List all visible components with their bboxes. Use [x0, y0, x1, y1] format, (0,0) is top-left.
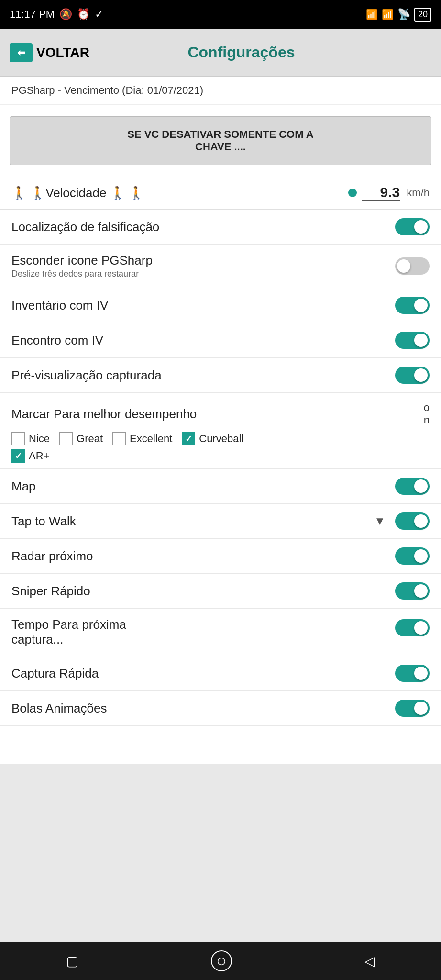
- checkbox-nice[interactable]: Nice: [11, 432, 50, 445]
- checkbox-arplus[interactable]: AR+: [11, 449, 49, 463]
- tempo-toggle[interactable]: [395, 619, 430, 636]
- great-box: [59, 432, 73, 445]
- marcar-label-row: Marcar Para melhor desempenho on: [11, 401, 430, 426]
- checkbox-curveball[interactable]: Curveball: [182, 432, 243, 445]
- status-bar: 11:17 PM 🔕 ⏰ ✓ 📶 📶 📡 20: [0, 0, 441, 29]
- inventario-toggle[interactable]: [395, 297, 430, 314]
- tapwalk-label: Tap to Walk: [11, 514, 374, 529]
- tapwalk-toggle[interactable]: [395, 512, 430, 530]
- curveball-label: Curveball: [199, 433, 243, 445]
- speed-unit: km/h: [407, 187, 430, 199]
- mute-icon: 🔕: [59, 8, 72, 21]
- checkbox-excellent[interactable]: Excellent: [112, 432, 172, 445]
- esconder-label-block: Esconder ícone PGSharp Deslize três dedo…: [11, 253, 395, 279]
- settings-row-inventario: Inventário com IV: [0, 288, 441, 323]
- warning-line2: CHAVE ....: [20, 141, 421, 153]
- tempo-label-block: Tempo Para próxima captura...: [11, 617, 395, 647]
- marcar-label-text: Marcar Para melhor desempenho: [11, 407, 197, 422]
- settings-row-captura: Captura Rápida: [0, 656, 441, 691]
- bottom-nav: ▢ ○ ◁: [0, 942, 441, 980]
- speed-input[interactable]: [362, 184, 400, 201]
- checkbox-row: Nice Great Excellent Curveball: [11, 432, 430, 445]
- warning-line1: SE VC DESATIVAR SOMENTE COM A: [20, 128, 421, 141]
- nav-home-icon[interactable]: ○: [211, 950, 232, 971]
- tempo-label: Tempo Para próxima: [11, 617, 395, 632]
- localizacao-label: Localização de falsificação: [11, 220, 395, 234]
- esconder-sublabel: Deslize três dedos para restaurar: [11, 269, 395, 279]
- expiry-text: PGSharp - Vencimento (Dia: 01/07/2021): [0, 77, 441, 105]
- back-button[interactable]: ⬅ VOLTAR: [10, 43, 89, 62]
- speed-label: 🚶 🚶Velocidade 🚶 🚶: [11, 186, 343, 200]
- encontro-label: Encontro com IV: [11, 333, 395, 348]
- nice-box: [11, 432, 25, 445]
- captura-toggle[interactable]: [395, 665, 430, 682]
- checkbox-great[interactable]: Great: [59, 432, 103, 445]
- curveball-box: [182, 432, 195, 445]
- settings-row-sniper: Sniper Rápido: [0, 574, 441, 609]
- back-icon: ⬅: [10, 43, 33, 62]
- excellent-label: Excellent: [130, 433, 172, 445]
- page-title: Configurações: [89, 44, 431, 61]
- check-icon: ✓: [95, 8, 103, 21]
- app-bar: ⬅ VOLTAR Configurações: [0, 29, 441, 77]
- nav-back-icon[interactable]: ◁: [364, 953, 375, 969]
- settings-row-tempo: Tempo Para próxima captura...: [0, 609, 441, 656]
- battery-indicator: 20: [414, 8, 431, 22]
- settings-row-map: Map: [0, 469, 441, 504]
- arplus-box: [11, 449, 25, 463]
- speed-dot: [348, 189, 357, 197]
- warning-button[interactable]: SE VC DESATIVAR SOMENTE COM A CHAVE ....: [10, 116, 431, 165]
- settings-row-encontro: Encontro com IV: [0, 323, 441, 358]
- dropdown-arrow-icon[interactable]: ▼: [374, 514, 386, 528]
- nice-label: Nice: [29, 433, 50, 445]
- signal-icon: 📶: [366, 9, 378, 20]
- encontro-toggle[interactable]: [395, 332, 430, 349]
- esconder-toggle[interactable]: [395, 257, 430, 275]
- status-right: 📶 📶 📡 20: [366, 8, 431, 22]
- settings-row-radar: Radar próximo: [0, 539, 441, 574]
- esconder-label: Esconder ícone PGSharp: [11, 253, 395, 268]
- radar-label: Radar próximo: [11, 549, 395, 564]
- main-content: ⬅ VOLTAR Configurações PGSharp - Vencime…: [0, 29, 441, 942]
- sniper-toggle[interactable]: [395, 582, 430, 600]
- bottom-spacer: [0, 726, 441, 764]
- settings-row-previsual: Pré-visualização capturada: [0, 358, 441, 393]
- marcar-row: Marcar Para melhor desempenho on Nice Gr…: [0, 393, 441, 469]
- localizacao-toggle[interactable]: [395, 218, 430, 235]
- map-toggle[interactable]: [395, 478, 430, 495]
- great-label: Great: [77, 433, 103, 445]
- checkbox-row-2: AR+: [11, 449, 430, 463]
- time-display: 11:17 PM: [10, 8, 55, 21]
- signal2-icon: 📶: [382, 9, 394, 20]
- marcar-state: on: [424, 401, 430, 426]
- sniper-label: Sniper Rápido: [11, 584, 395, 599]
- nav-square-icon[interactable]: ▢: [66, 953, 78, 969]
- speed-row: 🚶 🚶Velocidade 🚶 🚶 km/h: [0, 177, 441, 210]
- arplus-label: AR+: [29, 450, 49, 462]
- excellent-box: [112, 432, 126, 445]
- map-label: Map: [11, 479, 395, 494]
- previsual-label: Pré-visualização capturada: [11, 368, 395, 383]
- settings-row-tapwalk: Tap to Walk ▼: [0, 504, 441, 539]
- alarm-icon: ⏰: [77, 8, 90, 21]
- settings-row-localizacao: Localização de falsificação: [0, 210, 441, 245]
- bolas-toggle[interactable]: [395, 700, 430, 717]
- inventario-label: Inventário com IV: [11, 298, 395, 313]
- bolas-label: Bolas Animações: [11, 701, 395, 716]
- radar-toggle[interactable]: [395, 547, 430, 565]
- settings-content: PGSharp - Vencimento (Dia: 01/07/2021) S…: [0, 77, 441, 764]
- wifi-icon: 📡: [397, 8, 410, 21]
- back-label: VOLTAR: [36, 45, 89, 60]
- settings-row-esconder: Esconder ícone PGSharp Deslize três dedo…: [0, 245, 441, 288]
- previsual-toggle[interactable]: [395, 367, 430, 384]
- captura-label: Captura Rápida: [11, 666, 395, 681]
- status-left: 11:17 PM 🔕 ⏰ ✓: [10, 8, 103, 21]
- settings-row-bolas: Bolas Animações: [0, 691, 441, 726]
- tempo-label-2: captura...: [11, 632, 395, 647]
